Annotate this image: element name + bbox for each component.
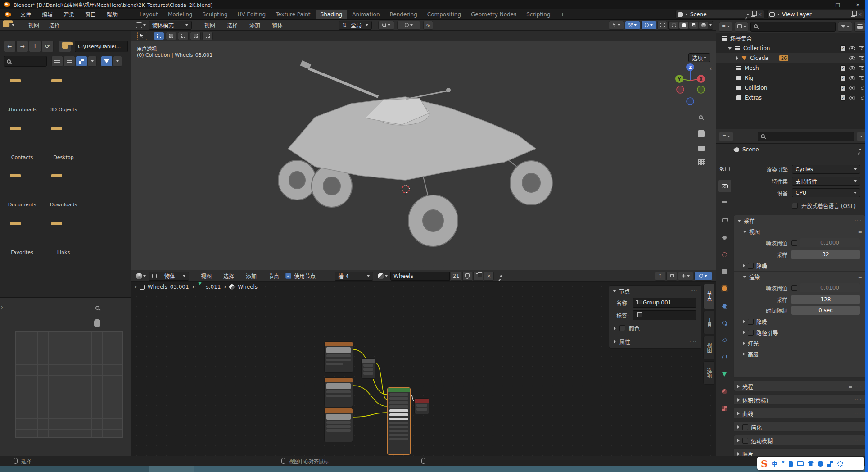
select-mode-extend-button[interactable]	[166, 32, 176, 40]
pin-icon[interactable]	[500, 275, 502, 277]
outliner-row-collision[interactable]: Collision ✓	[716, 83, 868, 93]
gizmos-toggle[interactable]: ⤧	[625, 21, 640, 30]
tab-shading[interactable]: Shading	[316, 10, 348, 19]
preset-icon[interactable]: ≡	[858, 229, 862, 235]
viewport-grid-icon[interactable]	[698, 159, 705, 165]
camera-visibility-icon[interactable]	[859, 66, 864, 70]
viewport-editor-icon[interactable]	[136, 22, 142, 28]
select-mode-intersect-button[interactable]	[202, 32, 213, 40]
ime-toolbar[interactable]: S 中 ”	[757, 457, 864, 470]
wireframe-shading-button[interactable]	[669, 22, 678, 29]
ime-chinese-icon[interactable]: 中	[772, 460, 777, 467]
noise-threshold-value[interactable]: 0.1000	[800, 238, 860, 247]
edge-overlay-strip[interactable]	[865, 0, 868, 472]
camera-visibility-icon[interactable]	[859, 46, 864, 50]
delete-scene-icon[interactable]: ×	[758, 11, 762, 18]
shading-dropdown-icon[interactable]	[709, 24, 712, 26]
refresh-icon[interactable]: ⟳	[41, 41, 54, 52]
fb-display-mode-dropdown[interactable]	[88, 56, 97, 67]
attributes-panel[interactable]: 属性 ····	[609, 335, 701, 348]
outliner-filter-display-dropdown[interactable]	[735, 22, 748, 32]
eye-icon[interactable]	[849, 96, 855, 100]
properties-tab-material[interactable]	[718, 385, 731, 398]
grid-canvas[interactable]	[15, 331, 123, 438]
noise-threshold-checkbox[interactable]	[791, 285, 797, 291]
delete-view-layer-icon[interactable]: ×	[858, 11, 862, 18]
sh-menu-view[interactable]: 视图	[195, 272, 217, 280]
curves-panel[interactable]: 曲线 ····	[733, 408, 866, 418]
viewport-denoise-header[interactable]: 降噪	[734, 260, 865, 271]
group-node[interactable]	[387, 387, 411, 455]
mic-icon[interactable]	[789, 461, 793, 467]
fb-menu-select[interactable]: 选择	[45, 21, 64, 29]
view-layer-selector[interactable]: View Layer ×	[767, 10, 864, 19]
properties-tab-tool[interactable]: 🛠	[718, 163, 731, 175]
fb-display-thumbnails-button[interactable]	[76, 56, 87, 67]
fb-filter-dropdown[interactable]	[113, 56, 122, 67]
snap-hook-icon[interactable]	[666, 272, 677, 281]
advanced-header[interactable]: 高级	[734, 349, 865, 359]
properties-search-input[interactable]	[758, 132, 854, 141]
eye-icon[interactable]	[849, 66, 855, 70]
camera-visibility-icon[interactable]	[859, 96, 864, 100]
camera-visibility-icon[interactable]	[859, 86, 864, 90]
add-workspace-button[interactable]: +	[556, 10, 570, 19]
vp-menu-select[interactable]: 选择	[222, 21, 243, 29]
fb-filter-button[interactable]	[101, 56, 113, 67]
ime-punctuation-icon[interactable]: ”	[781, 460, 785, 467]
exclude-checkbox[interactable]: ✓	[840, 85, 846, 91]
material-icon[interactable]	[378, 273, 384, 279]
outliner-row-collection[interactable]: Collection ✓	[716, 43, 868, 53]
breadcrumb-scene[interactable]: Scene	[742, 146, 759, 153]
keyboard-icon[interactable]	[797, 461, 804, 466]
light-paths-panel[interactable]: 光程 ≡····	[733, 381, 866, 391]
node-snapping-dropdown[interactable]	[678, 272, 693, 281]
mapping-node[interactable]	[361, 358, 375, 379]
render-denoise-header[interactable]: 降噪	[734, 316, 865, 327]
vp-menu-view[interactable]: 视图	[199, 21, 221, 29]
chevron-down-icon[interactable]	[12, 24, 14, 26]
vehicle-model[interactable]	[131, 41, 716, 270]
denoise-checkbox[interactable]	[748, 263, 754, 269]
material-preview-button[interactable]	[689, 22, 698, 29]
tab-animation[interactable]: Animation	[347, 10, 384, 19]
sh-menu-add[interactable]: 添加	[240, 272, 262, 280]
back-icon[interactable]: ←	[4, 41, 16, 52]
mode-dropdown[interactable]: 物体模式	[149, 21, 192, 30]
tab-rendering[interactable]: Rendering	[385, 10, 422, 19]
tab-layout[interactable]: Layout	[135, 10, 163, 19]
shader-editor-icon[interactable]	[136, 273, 142, 279]
sogou-logo-icon[interactable]: S	[761, 458, 768, 469]
properties-tab-modifiers[interactable]	[718, 300, 731, 312]
eye-icon[interactable]	[849, 46, 855, 50]
node-label-field[interactable]	[633, 310, 696, 320]
tab-compositing[interactable]: Compositing	[422, 10, 466, 19]
color-checkbox[interactable]	[619, 325, 625, 331]
snapping-dropdown[interactable]	[378, 21, 394, 30]
tab-geometry-nodes[interactable]: Geometry Nodes	[466, 10, 521, 19]
exclude-checkbox[interactable]: ✓	[840, 65, 846, 71]
up-directory-icon[interactable]: ↑	[29, 41, 41, 52]
material-output-node[interactable]	[414, 398, 429, 414]
tab-sculpting[interactable]: Sculpting	[197, 10, 232, 19]
feature-set-dropdown[interactable]: 支持特性	[792, 177, 860, 186]
minimize-button[interactable]: –	[807, 2, 827, 8]
outliner-filter-dropdown[interactable]	[838, 22, 852, 32]
active-tool-tweak-icon[interactable]	[137, 32, 147, 40]
node-name-field[interactable]: Group.001	[633, 298, 696, 308]
tab-scripting[interactable]: Scripting	[521, 10, 555, 19]
toolbox-grid-icon[interactable]	[827, 461, 833, 467]
preset-icon[interactable]: ≡	[693, 325, 696, 331]
fb-display-horizontal-list-button[interactable]	[63, 56, 75, 67]
select-mode-subtract-button[interactable]	[178, 32, 189, 40]
scene-selector[interactable]: Scene ×	[675, 10, 764, 19]
sidebar-tab-options[interactable]: 选项	[703, 361, 714, 385]
create-folder-button[interactable]	[59, 41, 71, 52]
file-browser-editor-icon[interactable]	[3, 23, 9, 27]
eye-icon[interactable]	[849, 86, 855, 90]
sh-menu-select[interactable]: 选择	[218, 272, 240, 280]
overlays-toggle[interactable]	[641, 21, 656, 30]
outliner-row-mesh[interactable]: Mesh ✓	[716, 63, 868, 73]
chevron-down-icon[interactable]	[385, 275, 388, 277]
falloff-icon[interactable]: ∿	[423, 21, 433, 30]
